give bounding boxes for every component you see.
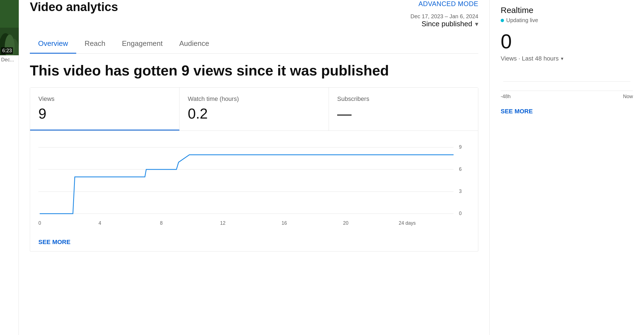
metric-label-views: Views xyxy=(38,95,171,103)
hero-stat: This video has gotten 9 views since it w… xyxy=(30,62,478,79)
svg-text:20: 20 xyxy=(343,220,349,226)
date-range-dropdown[interactable]: Since published ▾ xyxy=(410,20,478,28)
date-range-chevron-icon: ▾ xyxy=(475,20,478,28)
main-content: Video analytics ADVANCED MODE Dec 17, 20… xyxy=(19,0,489,335)
metrics-row: Views 9 Watch time (hours) 0.2 Subscribe… xyxy=(30,87,478,131)
page-title: Video analytics xyxy=(30,0,118,14)
realtime-count: 0 xyxy=(501,30,633,53)
live-indicator: Updating live xyxy=(501,17,633,23)
svg-text:8: 8 xyxy=(160,220,163,226)
views-dropdown-arrow-icon: ▾ xyxy=(561,56,563,62)
tab-engagement[interactable]: Engagement xyxy=(114,34,171,53)
time-axis-start: -48h xyxy=(501,94,511,100)
svg-text:4: 4 xyxy=(99,220,101,226)
chart-svg: 9 6 3 0 0 4 8 12 16 20 24 days xyxy=(38,139,470,233)
advanced-mode-button[interactable]: ADVANCED MODE xyxy=(418,0,478,8)
svg-text:3: 3 xyxy=(459,189,462,194)
tab-audience[interactable]: Audience xyxy=(171,34,217,53)
left-sidebar: 6:23 Dec... xyxy=(0,0,19,335)
svg-text:0: 0 xyxy=(459,211,462,216)
views-label-row[interactable]: Views · Last 48 hours ▾ xyxy=(501,55,633,62)
chart-see-more-link[interactable]: SEE MORE xyxy=(38,239,70,246)
svg-text:9: 9 xyxy=(459,144,462,150)
metric-label-subscribers: Subscribers xyxy=(337,95,470,103)
time-axis: -48h Now xyxy=(501,91,633,100)
metric-value-views: 9 xyxy=(38,105,171,122)
svg-text:16: 16 xyxy=(282,220,287,226)
chart-container: 9 6 3 0 0 4 8 12 16 20 24 days xyxy=(30,131,478,252)
time-axis-end: Now xyxy=(623,94,633,100)
realtime-panel: Realtime Updating live 0 Views · Last 48… xyxy=(489,0,644,335)
realtime-title: Realtime xyxy=(501,6,633,15)
thumbnail-time: 6:23 xyxy=(1,47,13,54)
views-label-text: Views · Last 48 hours xyxy=(501,55,559,62)
metric-card-views[interactable]: Views 9 xyxy=(30,88,180,130)
date-range-label: Dec 17, 2023 – Jan 6, 2024 xyxy=(410,13,478,20)
svg-text:0: 0 xyxy=(38,220,41,226)
metric-card-watch-time[interactable]: Watch time (hours) 0.2 xyxy=(180,88,329,130)
chart-svg-wrapper: 9 6 3 0 0 4 8 12 16 20 24 days xyxy=(38,139,470,233)
chart-line xyxy=(40,155,454,214)
metric-value-subscribers: — xyxy=(337,105,470,122)
svg-text:24 days: 24 days xyxy=(399,220,416,226)
video-thumbnail[interactable]: 6:23 xyxy=(0,0,19,55)
metric-label-watch-time: Watch time (hours) xyxy=(188,95,320,103)
live-text: Updating live xyxy=(506,17,538,23)
date-range-period: Since published xyxy=(421,20,472,28)
realtime-chart-svg xyxy=(501,73,633,90)
tab-overview[interactable]: Overview xyxy=(30,34,76,53)
metric-value-watch-time: 0.2 xyxy=(188,105,320,122)
tab-reach[interactable]: Reach xyxy=(76,34,114,53)
date-range-selector: Dec 17, 2023 – Jan 6, 2024 Since publish… xyxy=(410,8,478,31)
tab-bar: Overview Reach Engagement Audience xyxy=(30,34,478,54)
realtime-see-more-link[interactable]: SEE MORE xyxy=(501,108,633,115)
page-header: Video analytics ADVANCED MODE Dec 17, 20… xyxy=(30,0,478,31)
header-right: ADVANCED MODE Dec 17, 2023 – Jan 6, 2024… xyxy=(410,0,478,31)
svg-text:12: 12 xyxy=(220,220,226,226)
metric-card-subscribers[interactable]: Subscribers — xyxy=(329,88,478,130)
live-dot-icon xyxy=(501,19,504,22)
thumbnail-title: Dec... xyxy=(0,55,19,64)
svg-text:6: 6 xyxy=(459,166,462,172)
